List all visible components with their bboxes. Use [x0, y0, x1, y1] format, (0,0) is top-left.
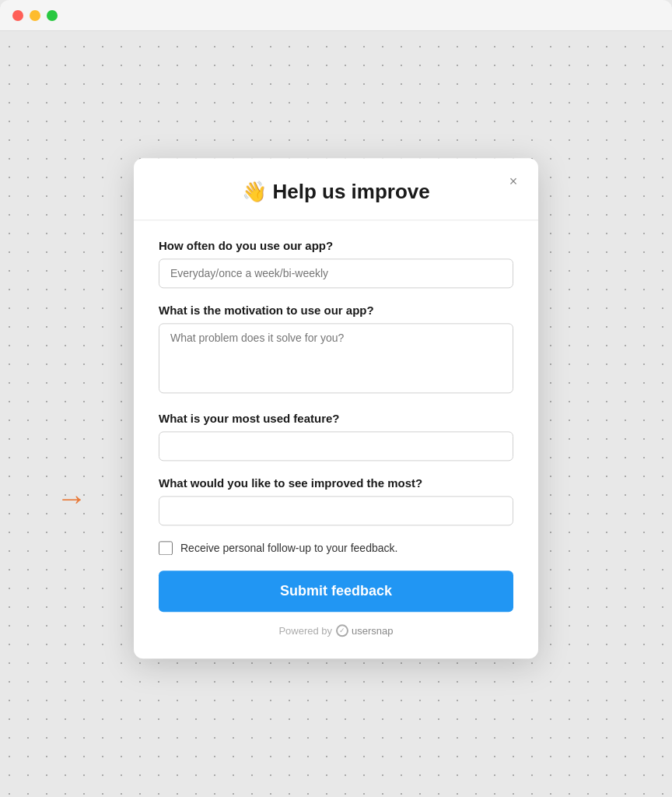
traffic-light-red[interactable] — [12, 10, 23, 21]
modal-body: How often do you use our app? What is th… — [134, 220, 538, 658]
textarea-motivation[interactable] — [159, 323, 513, 393]
modal-header: 👋 Help us improve × — [134, 158, 538, 220]
usersnap-brand-name: usersnap — [352, 625, 393, 637]
input-usage-frequency[interactable] — [159, 258, 513, 288]
traffic-light-yellow[interactable] — [30, 10, 40, 21]
feedback-modal: 👋 Help us improve × How often do you use… — [134, 158, 538, 658]
usersnap-logo: ✓ usersnap — [336, 624, 393, 637]
powered-by-text: Powered by — [278, 625, 332, 637]
usersnap-circle-icon: ✓ — [336, 624, 348, 637]
form-group-improvement: What would you like to see improved the … — [159, 476, 513, 525]
submit-feedback-button[interactable]: Submit feedback — [159, 571, 513, 612]
modal-title-emoji: 👋 — [242, 180, 267, 203]
modal-title-text: Help us improve — [272, 180, 429, 203]
input-most-used-feature[interactable] — [159, 431, 513, 461]
form-group-usage: How often do you use our app? — [159, 239, 513, 288]
label-most-used-feature: What is your most used feature? — [159, 412, 513, 425]
browser-chrome — [0, 0, 672, 31]
arrow-indicator: → — [56, 481, 87, 516]
checkbox-row: Receive personal follow-up to your feedb… — [159, 541, 513, 555]
powered-by-section: Powered by ✓ usersnap — [159, 624, 513, 637]
close-button[interactable]: × — [502, 170, 524, 192]
traffic-light-green[interactable] — [47, 10, 58, 21]
checkbox-label[interactable]: Receive personal follow-up to your feedb… — [180, 542, 397, 554]
modal-container: → 👋 Help us improve × How often do you u… — [134, 158, 538, 658]
modal-title: 👋 Help us improve — [159, 180, 513, 204]
form-group-feature: What is your most used feature? — [159, 412, 513, 461]
label-motivation: What is the motivation to use our app? — [159, 304, 513, 317]
label-usage-frequency: How often do you use our app? — [159, 239, 513, 252]
input-improvement[interactable] — [159, 496, 513, 525]
form-group-motivation: What is the motivation to use our app? — [159, 304, 513, 396]
label-improvement: What would you like to see improved the … — [159, 476, 513, 490]
followup-checkbox[interactable] — [159, 541, 173, 555]
